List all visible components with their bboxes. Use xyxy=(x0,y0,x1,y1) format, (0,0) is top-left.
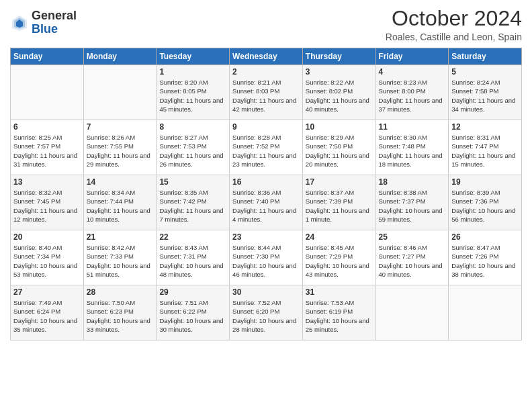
day-cell: 3Sunrise: 8:22 AMSunset: 8:02 PMDaylight… xyxy=(302,65,375,120)
day-cell: 31Sunrise: 7:53 AMSunset: 6:19 PMDayligh… xyxy=(302,285,375,340)
day-number: 23 xyxy=(232,232,300,242)
day-cell: 14Sunrise: 8:34 AMSunset: 7:44 PMDayligh… xyxy=(83,175,157,230)
day-number: 31 xyxy=(306,287,373,297)
day-cell: 24Sunrise: 8:45 AMSunset: 7:29 PMDayligh… xyxy=(302,230,375,285)
day-cell: 11Sunrise: 8:30 AMSunset: 7:48 PMDayligh… xyxy=(375,120,449,175)
col-saturday: Saturday xyxy=(449,48,522,65)
col-friday: Friday xyxy=(375,48,449,65)
logo-text: General Blue xyxy=(32,9,77,36)
day-info: Sunrise: 8:24 AMSunset: 7:58 PMDaylight:… xyxy=(451,78,519,113)
day-cell: 10Sunrise: 8:29 AMSunset: 7:50 PMDayligh… xyxy=(302,120,375,175)
header: General Blue October 2024 Roales, Castil… xyxy=(10,7,522,42)
col-thursday: Thursday xyxy=(302,48,375,65)
day-number: 2 xyxy=(232,67,300,77)
day-info: Sunrise: 8:26 AMSunset: 7:55 PMDaylight:… xyxy=(87,133,154,169)
logo-blue-text: Blue xyxy=(32,23,77,36)
day-cell: 23Sunrise: 8:44 AMSunset: 7:30 PMDayligh… xyxy=(230,230,303,285)
day-cell: 8Sunrise: 8:27 AMSunset: 7:53 PMDaylight… xyxy=(157,120,230,175)
day-info: Sunrise: 8:31 AMSunset: 7:47 PMDaylight:… xyxy=(451,133,519,169)
col-sunday: Sunday xyxy=(11,48,84,65)
day-number: 15 xyxy=(159,177,226,187)
day-info: Sunrise: 8:44 AMSunset: 7:30 PMDaylight:… xyxy=(232,243,300,279)
day-info: Sunrise: 8:35 AMSunset: 7:42 PMDaylight:… xyxy=(159,188,226,224)
day-number: 10 xyxy=(306,122,373,132)
day-number: 27 xyxy=(13,287,81,297)
day-number: 19 xyxy=(451,177,519,187)
day-number: 9 xyxy=(232,122,300,132)
day-info: Sunrise: 8:25 AMSunset: 7:57 PMDaylight:… xyxy=(13,133,81,169)
day-number: 12 xyxy=(451,122,519,132)
day-number: 20 xyxy=(13,232,81,242)
day-cell xyxy=(11,65,84,120)
day-cell: 25Sunrise: 8:46 AMSunset: 7:27 PMDayligh… xyxy=(375,230,449,285)
day-cell: 20Sunrise: 8:40 AMSunset: 7:34 PMDayligh… xyxy=(11,230,84,285)
day-cell: 9Sunrise: 8:28 AMSunset: 7:52 PMDaylight… xyxy=(230,120,303,175)
day-number: 5 xyxy=(451,67,519,77)
day-info: Sunrise: 8:46 AMSunset: 7:27 PMDaylight:… xyxy=(379,243,446,279)
col-tuesday: Tuesday xyxy=(157,48,230,65)
col-wednesday: Wednesday xyxy=(230,48,303,65)
day-number: 7 xyxy=(87,122,154,132)
day-info: Sunrise: 7:50 AMSunset: 6:23 PMDaylight:… xyxy=(87,298,154,334)
day-cell: 21Sunrise: 8:42 AMSunset: 7:33 PMDayligh… xyxy=(83,230,157,285)
day-info: Sunrise: 8:42 AMSunset: 7:33 PMDaylight:… xyxy=(87,243,154,279)
day-cell: 28Sunrise: 7:50 AMSunset: 6:23 PMDayligh… xyxy=(83,285,157,340)
day-number: 30 xyxy=(232,287,300,297)
week-row-1: 1Sunrise: 8:20 AMSunset: 8:05 PMDaylight… xyxy=(11,65,522,120)
week-row-3: 13Sunrise: 8:32 AMSunset: 7:45 PMDayligh… xyxy=(11,175,522,230)
calendar-page: General Blue October 2024 Roales, Castil… xyxy=(0,0,532,411)
day-number: 16 xyxy=(232,177,300,187)
day-cell: 13Sunrise: 8:32 AMSunset: 7:45 PMDayligh… xyxy=(11,175,84,230)
day-cell: 15Sunrise: 8:35 AMSunset: 7:42 PMDayligh… xyxy=(157,175,230,230)
day-number: 29 xyxy=(159,287,226,297)
day-info: Sunrise: 8:38 AMSunset: 7:37 PMDaylight:… xyxy=(379,188,446,224)
day-number: 18 xyxy=(379,177,446,187)
day-cell: 27Sunrise: 7:49 AMSunset: 6:24 PMDayligh… xyxy=(11,285,84,340)
day-cell: 5Sunrise: 8:24 AMSunset: 7:58 PMDaylight… xyxy=(449,65,522,120)
week-row-5: 27Sunrise: 7:49 AMSunset: 6:24 PMDayligh… xyxy=(11,285,522,340)
day-number: 24 xyxy=(306,232,373,242)
day-number: 8 xyxy=(159,122,226,132)
day-number: 3 xyxy=(306,67,373,77)
day-number: 14 xyxy=(87,177,154,187)
title-block: October 2024 Roales, Castille and Leon, … xyxy=(386,7,522,42)
day-number: 25 xyxy=(379,232,446,242)
calendar-table: Sunday Monday Tuesday Wednesday Thursday… xyxy=(10,48,522,340)
day-info: Sunrise: 8:39 AMSunset: 7:36 PMDaylight:… xyxy=(451,188,519,224)
day-info: Sunrise: 8:21 AMSunset: 8:03 PMDaylight:… xyxy=(232,78,300,113)
day-info: Sunrise: 8:23 AMSunset: 8:00 PMDaylight:… xyxy=(379,78,446,113)
day-number: 28 xyxy=(87,287,154,297)
day-info: Sunrise: 7:52 AMSunset: 6:20 PMDaylight:… xyxy=(232,298,300,334)
day-info: Sunrise: 8:20 AMSunset: 8:05 PMDaylight:… xyxy=(159,78,226,113)
day-info: Sunrise: 8:45 AMSunset: 7:29 PMDaylight:… xyxy=(306,243,373,279)
day-cell: 29Sunrise: 7:51 AMSunset: 6:22 PMDayligh… xyxy=(157,285,230,340)
day-number: 1 xyxy=(159,67,226,77)
day-number: 17 xyxy=(306,177,373,187)
month-title: October 2024 xyxy=(386,7,522,30)
day-info: Sunrise: 7:51 AMSunset: 6:22 PMDaylight:… xyxy=(159,298,226,334)
day-info: Sunrise: 7:53 AMSunset: 6:19 PMDaylight:… xyxy=(306,298,373,334)
day-cell: 4Sunrise: 8:23 AMSunset: 8:00 PMDaylight… xyxy=(375,65,449,120)
logo-icon xyxy=(10,13,29,32)
day-number: 26 xyxy=(451,232,519,242)
day-info: Sunrise: 8:28 AMSunset: 7:52 PMDaylight:… xyxy=(232,133,300,169)
day-cell: 19Sunrise: 8:39 AMSunset: 7:36 PMDayligh… xyxy=(449,175,522,230)
day-cell: 2Sunrise: 8:21 AMSunset: 8:03 PMDaylight… xyxy=(230,65,303,120)
day-info: Sunrise: 8:40 AMSunset: 7:34 PMDaylight:… xyxy=(13,243,81,279)
day-cell xyxy=(83,65,157,120)
day-number: 21 xyxy=(87,232,154,242)
week-row-4: 20Sunrise: 8:40 AMSunset: 7:34 PMDayligh… xyxy=(11,230,522,285)
day-number: 22 xyxy=(159,232,226,242)
week-row-2: 6Sunrise: 8:25 AMSunset: 7:57 PMDaylight… xyxy=(11,120,522,175)
day-info: Sunrise: 8:43 AMSunset: 7:31 PMDaylight:… xyxy=(159,243,226,279)
day-number: 11 xyxy=(379,122,446,132)
day-cell xyxy=(375,285,449,340)
day-info: Sunrise: 8:36 AMSunset: 7:40 PMDaylight:… xyxy=(232,188,300,224)
day-info: Sunrise: 8:22 AMSunset: 8:02 PMDaylight:… xyxy=(306,78,373,113)
day-number: 6 xyxy=(13,122,81,132)
header-row: Sunday Monday Tuesday Wednesday Thursday… xyxy=(11,48,522,65)
day-number: 13 xyxy=(13,177,81,187)
day-info: Sunrise: 8:37 AMSunset: 7:39 PMDaylight:… xyxy=(306,188,373,224)
day-cell: 17Sunrise: 8:37 AMSunset: 7:39 PMDayligh… xyxy=(302,175,375,230)
day-cell: 26Sunrise: 8:47 AMSunset: 7:26 PMDayligh… xyxy=(449,230,522,285)
